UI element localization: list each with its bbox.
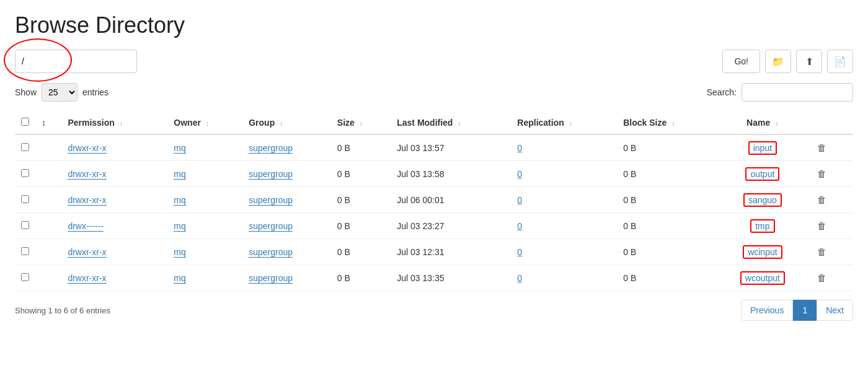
- go-button[interactable]: Go!: [722, 50, 760, 73]
- directory-table: ↕ Permission ↕ Owner ↕ Group ↕ Size ↕ La…: [15, 111, 853, 291]
- replication-link[interactable]: 0: [517, 221, 522, 231]
- th-name[interactable]: Name ↕: [718, 111, 808, 134]
- cell-size-0: 0 B: [331, 134, 391, 161]
- cell-delete-4: 🗑: [807, 239, 853, 265]
- file-icon-button[interactable]: 📄: [827, 50, 853, 73]
- group-link[interactable]: supergroup: [249, 273, 293, 284]
- name-link[interactable]: wcoutput: [740, 271, 785, 285]
- row-sort-5: [35, 265, 61, 291]
- upload-icon: ⬆: [805, 56, 813, 68]
- row-checkbox[interactable]: [21, 143, 29, 151]
- group-link[interactable]: supergroup: [249, 195, 293, 206]
- permission-link[interactable]: drwxr-xr-x: [68, 247, 106, 258]
- name-link[interactable]: sanguo: [743, 193, 782, 207]
- group-link[interactable]: supergroup: [249, 247, 293, 258]
- owner-link[interactable]: mq: [174, 169, 185, 180]
- row-checkbox[interactable]: [21, 169, 29, 177]
- name-link[interactable]: wcinput: [743, 245, 782, 259]
- owner-link[interactable]: mq: [174, 247, 185, 258]
- row-checkbox[interactable]: [21, 221, 29, 229]
- replication-link[interactable]: 0: [517, 169, 522, 179]
- page-title: Browse Directory: [15, 12, 853, 38]
- cell-owner-3: mq: [167, 213, 242, 239]
- th-owner[interactable]: Owner ↕: [167, 111, 242, 134]
- sort-block-size-icon: ↕: [671, 120, 675, 127]
- th-block-size[interactable]: Block Size ↕: [617, 111, 717, 134]
- path-input[interactable]: [15, 50, 137, 73]
- th-size[interactable]: Size ↕: [331, 111, 391, 134]
- upload-icon-button[interactable]: ⬆: [796, 50, 822, 73]
- th-replication[interactable]: Replication ↕: [511, 111, 617, 134]
- replication-link[interactable]: 0: [517, 247, 522, 257]
- th-last-modified[interactable]: Last Modified ↕: [391, 111, 511, 134]
- name-link[interactable]: tmp: [750, 219, 774, 233]
- search-input[interactable]: [742, 83, 853, 102]
- row-checkbox[interactable]: [21, 247, 29, 255]
- row-checkbox[interactable]: [21, 195, 29, 203]
- cell-last-modified-3: Jul 03 23:27: [391, 213, 511, 239]
- owner-link[interactable]: mq: [174, 195, 185, 206]
- th-group[interactable]: Group ↕: [242, 111, 331, 134]
- cell-size-1: 0 B: [331, 161, 391, 187]
- delete-button[interactable]: 🗑: [813, 141, 830, 154]
- group-link[interactable]: supergroup: [249, 169, 293, 180]
- cell-group-1: supergroup: [242, 161, 331, 187]
- next-button[interactable]: Next: [817, 300, 853, 321]
- sort-replication-icon: ↕: [569, 120, 573, 127]
- row-checkbox-5[interactable]: [15, 265, 35, 291]
- path-input-wrapper: [15, 50, 717, 73]
- group-link[interactable]: supergroup: [249, 143, 293, 154]
- cell-delete-0: 🗑: [807, 134, 853, 161]
- name-link[interactable]: output: [745, 167, 779, 181]
- owner-link[interactable]: mq: [174, 143, 185, 154]
- cell-size-2: 0 B: [331, 187, 391, 213]
- sort-group-icon: ↕: [280, 120, 283, 127]
- replication-link[interactable]: 0: [517, 143, 522, 153]
- table-row: drwxr-xr-x mq supergroup 0 BJul 03 13:35…: [15, 265, 853, 291]
- replication-link[interactable]: 0: [517, 273, 522, 283]
- sort-size-icon: ↕: [360, 120, 363, 127]
- delete-button[interactable]: 🗑: [813, 271, 830, 284]
- row-checkbox-0[interactable]: [15, 134, 35, 161]
- group-link[interactable]: supergroup: [249, 221, 293, 232]
- permission-link[interactable]: drwxr-xr-x: [68, 143, 106, 154]
- cell-group-2: supergroup: [242, 187, 331, 213]
- th-select-all[interactable]: [15, 111, 35, 134]
- replication-link[interactable]: 0: [517, 195, 522, 205]
- cell-name-0: input: [718, 134, 808, 161]
- folder-icon-button[interactable]: 📁: [765, 50, 791, 73]
- cell-last-modified-0: Jul 03 13:57: [391, 134, 511, 161]
- row-checkbox-2[interactable]: [15, 187, 35, 213]
- permission-link[interactable]: drwxr-xr-x: [68, 169, 106, 180]
- th-sort-all[interactable]: ↕: [35, 111, 61, 134]
- cell-replication-0: 0: [511, 134, 617, 161]
- previous-button[interactable]: Previous: [741, 300, 793, 321]
- entries-select[interactable]: 10 25 50 100: [42, 83, 78, 102]
- permission-link[interactable]: drwx------: [68, 221, 104, 232]
- folder-icon: 📁: [772, 56, 784, 68]
- row-checkbox-1[interactable]: [15, 161, 35, 187]
- permission-link[interactable]: drwxr-xr-x: [68, 273, 106, 284]
- cell-block-size-2: 0 B: [617, 187, 717, 213]
- show-label: Show: [15, 87, 37, 97]
- row-checkbox-4[interactable]: [15, 239, 35, 265]
- owner-link[interactable]: mq: [174, 221, 185, 232]
- delete-button[interactable]: 🗑: [813, 245, 830, 258]
- entries-label: entries: [82, 87, 108, 97]
- row-checkbox-3[interactable]: [15, 213, 35, 239]
- cell-replication-1: 0: [511, 161, 617, 187]
- cell-owner-1: mq: [167, 161, 242, 187]
- cell-delete-2: 🗑: [807, 187, 853, 213]
- delete-button[interactable]: 🗑: [813, 219, 830, 232]
- select-all-checkbox[interactable]: [21, 118, 29, 126]
- row-checkbox[interactable]: [21, 273, 29, 281]
- table-header-row: ↕ Permission ↕ Owner ↕ Group ↕ Size ↕ La…: [15, 111, 853, 134]
- th-permission[interactable]: Permission ↕: [61, 111, 167, 134]
- delete-button[interactable]: 🗑: [813, 193, 830, 206]
- permission-link[interactable]: drwxr-xr-x: [68, 195, 106, 206]
- cell-group-5: supergroup: [242, 265, 331, 291]
- cell-block-size-3: 0 B: [617, 213, 717, 239]
- owner-link[interactable]: mq: [174, 273, 185, 284]
- name-link[interactable]: input: [748, 141, 777, 155]
- delete-button[interactable]: 🗑: [813, 167, 830, 180]
